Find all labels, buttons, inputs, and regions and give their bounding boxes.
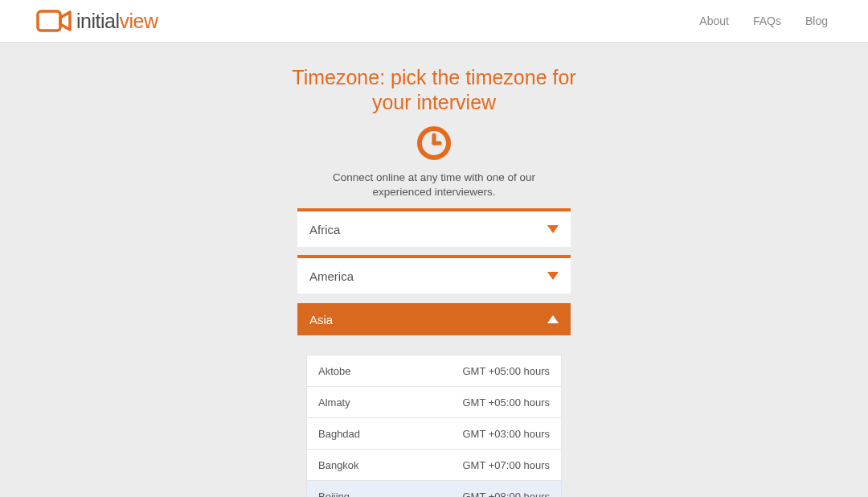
chevron-down-icon <box>547 225 559 233</box>
nav-faqs[interactable]: FAQs <box>753 14 781 27</box>
timezone-city: Almaty <box>318 396 350 409</box>
camera-icon <box>36 10 72 32</box>
clock-icon <box>415 124 453 166</box>
clock-icon-wrap <box>0 124 868 166</box>
region-label: Africa <box>309 223 340 236</box>
nav: About FAQs Blog <box>699 14 828 27</box>
header: initialview About FAQs Blog <box>0 0 868 43</box>
chevron-up-icon <box>547 315 559 323</box>
region-africa: Africa <box>297 208 571 247</box>
timezone-offset: GMT +07:00 hours <box>462 459 550 471</box>
nav-blog[interactable]: Blog <box>805 14 828 27</box>
timezone-city: Aktobe <box>318 365 350 377</box>
region-header-america[interactable]: America <box>297 258 571 294</box>
chevron-down-icon <box>547 272 559 280</box>
timezone-row[interactable]: Bangkok GMT +07:00 hours <box>307 450 561 481</box>
timezone-city: Baghdad <box>318 428 360 440</box>
timezone-city: Beijing <box>318 491 350 497</box>
page-subtitle: Connect online at any time with one of o… <box>313 170 555 201</box>
logo-text-second: view <box>119 10 158 32</box>
timezone-offset: GMT +03:00 hours <box>462 428 550 440</box>
region-label: America <box>309 269 354 283</box>
timezone-offset: GMT +05:00 hours <box>462 365 550 377</box>
region-asia: Asia Aktobe GMT +05:00 hours Almaty GMT … <box>297 303 571 497</box>
svg-rect-0 <box>38 11 60 31</box>
timezone-row[interactable]: Almaty GMT +05:00 hours <box>307 387 561 418</box>
page-title: Timezone: pick the timezone for your int… <box>289 65 579 116</box>
nav-about[interactable]: About <box>699 14 729 27</box>
timezone-offset: GMT +08:00 hours <box>462 491 550 497</box>
region-america: America <box>297 255 571 294</box>
timezone-list: Aktobe GMT +05:00 hours Almaty GMT +05:0… <box>306 355 562 497</box>
main: Timezone: pick the timezone for your int… <box>0 43 868 497</box>
region-header-asia[interactable]: Asia <box>297 303 571 335</box>
region-label: Asia <box>309 313 333 327</box>
timezone-row[interactable]: Baghdad GMT +03:00 hours <box>307 418 561 450</box>
timezone-row[interactable]: Beijing GMT +08:00 hours <box>307 481 561 497</box>
logo-text: initialview <box>76 10 158 33</box>
timezone-city: Bangkok <box>318 459 359 471</box>
timezone-row[interactable]: Aktobe GMT +05:00 hours <box>307 355 561 387</box>
region-list: Africa America Asia Aktobe GMT +05:00 ho… <box>297 208 571 497</box>
logo-text-first: initial <box>76 10 119 32</box>
timezone-offset: GMT +05:00 hours <box>462 396 550 409</box>
region-header-africa[interactable]: Africa <box>297 212 571 247</box>
logo[interactable]: initialview <box>36 10 158 33</box>
